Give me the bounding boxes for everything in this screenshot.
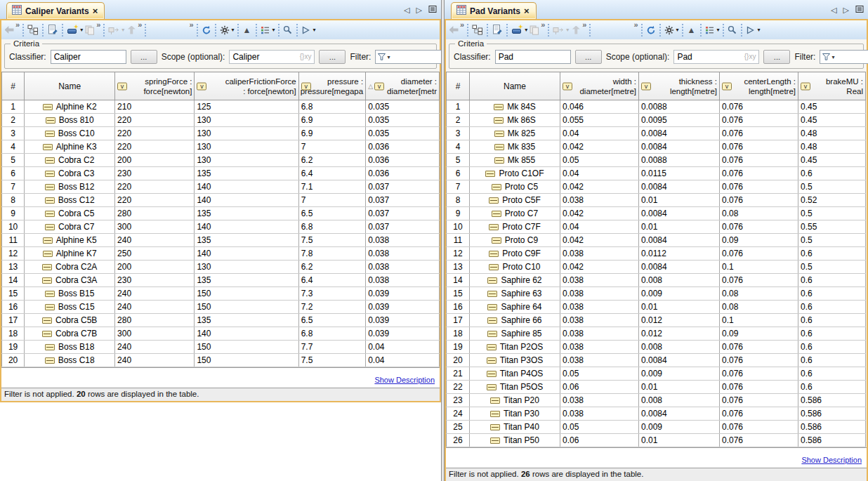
- value-cell[interactable]: 6.5: [298, 207, 366, 220]
- table-row[interactable]: 4Alphine K322013070.036: [2, 140, 440, 154]
- table-row[interactable]: 20Boss C182401507.50.04: [2, 354, 440, 367]
- table-row[interactable]: 1Alphine K22101256.80.035: [2, 100, 440, 114]
- value-cell[interactable]: 6.8: [298, 220, 366, 234]
- table-row[interactable]: 2Boss 8102201306.90.035: [2, 114, 440, 127]
- row-name-cell[interactable]: Mk 855: [470, 154, 560, 167]
- value-cell[interactable]: 0.038: [560, 327, 639, 341]
- value-cell[interactable]: 0.038: [366, 261, 440, 274]
- value-cell[interactable]: 0.038: [560, 341, 639, 354]
- value-cell[interactable]: 230: [115, 167, 195, 180]
- value-cell[interactable]: 0.037: [366, 220, 440, 234]
- table-row[interactable]: 22Titan P5OS0.060.010.0760.6: [447, 381, 866, 394]
- value-cell[interactable]: 0.01: [639, 220, 720, 234]
- value-cell[interactable]: 130: [195, 140, 298, 154]
- column-header-centerlength[interactable]: centerLength : length[metre]: [720, 72, 798, 100]
- value-cell[interactable]: 150: [195, 301, 298, 314]
- row-name-cell[interactable]: Boss B12: [25, 180, 115, 194]
- table-row[interactable]: 21Titan P4OS0.050.0090.0760.6: [447, 367, 866, 381]
- value-cell[interactable]: 0.0112: [639, 247, 720, 261]
- value-cell[interactable]: 240: [115, 301, 195, 314]
- row-name-cell[interactable]: Cobra C2A: [25, 261, 115, 274]
- table-row[interactable]: 9Cobra C52801356.50.037: [2, 207, 440, 220]
- value-cell[interactable]: 0.042: [560, 261, 639, 274]
- value-cell[interactable]: 0.0084: [639, 140, 720, 154]
- table-row[interactable]: 15Boss B152401507.30.039: [2, 287, 440, 301]
- paste-icon[interactable]: [84, 23, 96, 37]
- value-cell[interactable]: 135: [195, 314, 298, 327]
- value-cell[interactable]: 200: [115, 154, 195, 167]
- table-row[interactable]: 12Alphine K72501407.80.038: [2, 247, 440, 261]
- value-cell[interactable]: 0.076: [720, 180, 798, 194]
- value-cell[interactable]: 0.039: [366, 301, 440, 314]
- value-cell[interactable]: 0.09: [720, 327, 798, 341]
- value-cell[interactable]: 220: [115, 194, 195, 207]
- value-cell[interactable]: 0.01: [639, 381, 720, 394]
- table-row[interactable]: 10Proto C7F0.040.010.0760.55: [447, 220, 866, 234]
- row-name-cell[interactable]: Titan P30: [470, 407, 560, 421]
- row-name-cell[interactable]: Proto C9: [470, 234, 560, 247]
- value-cell[interactable]: 140: [195, 247, 298, 261]
- table-row[interactable]: 26Titan P500.060.010.0760.586: [447, 434, 866, 447]
- table-row[interactable]: 17Saphire 660.0380.0120.10.6: [447, 314, 866, 327]
- value-cell[interactable]: 0.038: [366, 274, 440, 287]
- tab-list-icon[interactable]: [855, 4, 864, 16]
- row-name-cell[interactable]: Alphine K3: [25, 140, 115, 154]
- value-cell[interactable]: 240: [115, 287, 195, 301]
- value-cell[interactable]: 250: [115, 247, 195, 261]
- value-cell[interactable]: 0.586: [798, 434, 866, 447]
- value-cell[interactable]: 0.036: [366, 167, 440, 180]
- table-row[interactable]: 11Alphine K52401357.50.038: [2, 234, 440, 247]
- value-cell[interactable]: 0.038: [560, 274, 639, 287]
- value-cell[interactable]: 6.8: [298, 100, 366, 114]
- row-name-cell[interactable]: Boss B15: [25, 287, 115, 301]
- column-header-name[interactable]: Name: [25, 72, 115, 100]
- table-row[interactable]: 12Proto C9F0.0380.01120.0760.6: [447, 247, 866, 261]
- value-cell[interactable]: 0.076: [720, 127, 798, 140]
- row-name-cell[interactable]: Boss C18: [25, 354, 115, 367]
- row-name-cell[interactable]: Saphire 85: [470, 327, 560, 341]
- filter-dropdown-icon[interactable]: ▾: [831, 54, 834, 60]
- value-cell[interactable]: 0.012: [639, 327, 720, 341]
- value-cell[interactable]: 6.9: [298, 127, 366, 140]
- value-cell[interactable]: 0.45: [798, 114, 866, 127]
- value-cell[interactable]: 6.2: [298, 154, 366, 167]
- value-cell[interactable]: 0.08: [720, 207, 798, 220]
- filter-dropdown-icon[interactable]: ▾: [387, 54, 390, 60]
- containment-tree-icon[interactable]: [26, 23, 40, 37]
- value-cell[interactable]: 0.008: [639, 274, 720, 287]
- value-cell[interactable]: 0.038: [366, 247, 440, 261]
- columns-icon[interactable]: [259, 23, 272, 37]
- value-cell[interactable]: 0.042: [560, 207, 639, 220]
- column-header-num[interactable]: #: [447, 72, 470, 100]
- row-name-cell[interactable]: Saphire 63: [470, 287, 560, 301]
- value-cell[interactable]: 0.0115: [639, 167, 720, 180]
- value-cell[interactable]: 0.042: [560, 140, 639, 154]
- value-cell[interactable]: 0.037: [366, 180, 440, 194]
- value-cell[interactable]: 0.039: [366, 327, 440, 341]
- value-cell[interactable]: 0.48: [798, 140, 866, 154]
- value-cell[interactable]: 0.0088: [639, 154, 720, 167]
- value-cell[interactable]: 7: [298, 140, 366, 154]
- value-cell[interactable]: 0.0084: [639, 207, 720, 220]
- column-header-caliperfrictionforce[interactable]: caliperFrictionForce : force[newton]: [195, 72, 298, 100]
- value-cell[interactable]: 140: [195, 194, 298, 207]
- value-cell[interactable]: 0.6: [798, 247, 866, 261]
- value-cell[interactable]: 0.038: [560, 194, 639, 207]
- columns-dropdown-icon[interactable]: ▾: [272, 27, 275, 33]
- value-cell[interactable]: 300: [115, 220, 195, 234]
- table-row[interactable]: 14Cobra C3A2301356.40.038: [2, 274, 440, 287]
- row-name-cell[interactable]: Proto C5: [470, 180, 560, 194]
- table-row[interactable]: 16Saphire 640.0380.010.080.6: [447, 301, 866, 314]
- row-name-cell[interactable]: Boss B18: [25, 341, 115, 354]
- value-cell[interactable]: 240: [115, 234, 195, 247]
- run-simulation-icon[interactable]: [744, 23, 757, 37]
- table-row[interactable]: 13Proto C100.0420.00840.10.5: [447, 261, 866, 274]
- value-cell[interactable]: 140: [195, 180, 298, 194]
- add-element-dropdown-icon[interactable]: ▾: [80, 27, 83, 33]
- row-name-cell[interactable]: Titan P5OS: [470, 381, 560, 394]
- refactor-dropdown-icon[interactable]: ▾: [566, 27, 569, 33]
- value-cell[interactable]: 6.9: [298, 114, 366, 127]
- value-cell[interactable]: 7.3: [298, 287, 366, 301]
- value-cell[interactable]: 0.076: [720, 220, 798, 234]
- filter-field[interactable]: ▾: [820, 50, 868, 64]
